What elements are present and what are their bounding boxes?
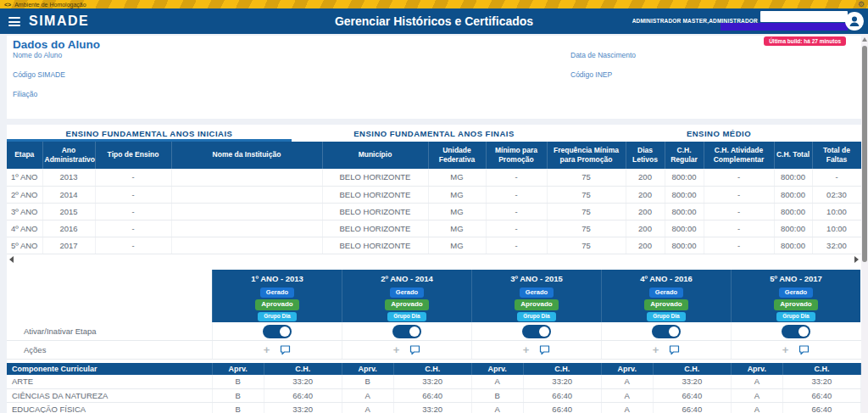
field-value: [570, 79, 850, 87]
status-badge-aprovado: Aprovado: [774, 299, 817, 310]
add-action-icon[interactable]: +: [782, 344, 789, 355]
stage-badges-cell: GeradoAprovadoGrupo Dia: [212, 287, 342, 322]
approval-cell: A: [731, 402, 782, 413]
table-row: 4º ANO2016-BELO HORIZONTEMG-75200800:00-…: [7, 220, 861, 237]
cell: -: [704, 186, 774, 203]
cell: -: [704, 203, 774, 220]
comment-action-icon[interactable]: [409, 345, 420, 355]
cell: -: [95, 237, 171, 254]
scrollbar-thumb[interactable]: [862, 46, 867, 262]
add-action-icon[interactable]: +: [264, 344, 270, 355]
workload-cell: 33:20: [653, 375, 731, 388]
tab-ensino-fundamental-anos-finais[interactable]: ENSINO FUNDAMENTAL ANOS FINAIS: [292, 125, 576, 142]
column-header: Ano Administrativo: [42, 142, 95, 169]
student-fields-left: Nome do AlunoCódigo SIMADEFiliação: [13, 51, 521, 109]
comment-action-icon[interactable]: [669, 345, 680, 355]
cell: MG: [428, 220, 486, 237]
stage-toggle[interactable]: [782, 325, 810, 338]
cell: 800:00: [774, 237, 812, 254]
cell: 800:00: [665, 237, 704, 254]
cell: -: [95, 220, 171, 237]
history-card: ENSINO FUNDAMENTAL ANOS INICIAISENSINO F…: [7, 125, 861, 413]
sub-column-header: Aprv.: [212, 363, 264, 375]
environment-bar: <> Ambiente de Homologação ⚙: [0, 0, 868, 8]
cell: 800:00: [774, 169, 812, 186]
stage-actions-cell: +: [212, 341, 342, 359]
status-badge-gerado: Gerado: [779, 287, 813, 298]
field-value: [13, 79, 521, 87]
student-fields-right: Data de NascimentoCódigo INEP: [570, 51, 850, 90]
table-row: 2º ANO2014-BELO HORIZONTEMG-75200800:00-…: [7, 186, 861, 203]
tab-ensino-fundamental-anos-iniciais[interactable]: ENSINO FUNDAMENTAL ANOS INICIAIS: [7, 125, 292, 142]
stage-toggle[interactable]: [392, 325, 421, 338]
stage-actions-cell: +: [601, 341, 731, 359]
comment-action-icon[interactable]: [280, 345, 291, 355]
scroll-right-arrow-icon[interactable]: [854, 256, 859, 263]
stage-toggle-cell: [731, 322, 860, 340]
column-header: Total de Faltas: [812, 142, 861, 169]
cell: 75: [547, 237, 626, 254]
approval-cell: A: [601, 402, 653, 413]
comment-action-icon[interactable]: [539, 345, 550, 355]
approval-cell: B: [212, 375, 264, 388]
toggle-knob: [409, 326, 420, 337]
cell: 10:00: [812, 203, 861, 220]
cell: 75: [547, 203, 626, 220]
sub-column-header: C.H.: [653, 363, 731, 375]
stage-actions-row: Ações+++++: [7, 341, 861, 360]
scroll-up-arrow-icon[interactable]: [862, 37, 867, 42]
add-action-icon[interactable]: +: [523, 344, 530, 355]
stage-toggle[interactable]: [652, 325, 681, 338]
stage-header-row: 1º ANO - 20132º ANO - 20143º ANO - 20154…: [7, 270, 861, 287]
column-header: C.H. Total: [774, 142, 812, 169]
screen: <> Ambiente de Homologação ⚙ SIMADE Gere…: [0, 0, 868, 413]
status-badge-grupo-dia: Grupo Dia: [647, 312, 685, 321]
column-header: Etapa: [7, 142, 42, 169]
cell: 200: [626, 203, 665, 220]
cell: -: [704, 169, 774, 186]
cell: 800:00: [774, 186, 812, 203]
section-title: Dados do Aluno: [13, 38, 100, 51]
user-select-box[interactable]: [760, 11, 848, 22]
approval-cell: A: [471, 375, 523, 388]
scroll-left-arrow-icon[interactable]: [9, 256, 14, 263]
workload-cell: 66:40: [782, 402, 860, 413]
cell: 200: [626, 169, 665, 186]
status-badge-gerado: Gerado: [649, 287, 683, 298]
person-icon: [848, 14, 861, 28]
add-action-icon[interactable]: +: [653, 344, 659, 355]
stage-toggle[interactable]: [263, 325, 292, 338]
column-header: Dias Letivos: [626, 142, 665, 169]
add-action-icon[interactable]: +: [393, 344, 400, 355]
workload-cell: 66:40: [782, 388, 860, 402]
column-header: Frequência Mínima para Promoção: [547, 142, 626, 169]
sub-column-header: C.H.: [782, 363, 860, 375]
cell: 800:00: [665, 203, 704, 220]
stage-badges-spacer: [7, 287, 212, 322]
table-row: 5º ANO2017-BELO HORIZONTEMG-75200800:00-…: [7, 237, 861, 254]
stage-column-title: 5º ANO - 2017: [731, 270, 860, 287]
cell: -: [486, 169, 547, 186]
column-header: Mínimo para Promoção: [486, 142, 547, 169]
workload-cell: 66:40: [523, 388, 601, 402]
sub-column-header: Aprv.: [471, 363, 523, 375]
toggle-knob: [798, 326, 809, 337]
sub-column-header: C.H.: [264, 363, 342, 375]
approval-cell: A: [342, 388, 393, 402]
status-badge-gerado: Gerado: [260, 287, 294, 298]
status-badge-gerado: Gerado: [520, 287, 554, 298]
gear-icon[interactable]: ⚙: [858, 0, 865, 8]
column-header: C.H. Atividade Complementar: [704, 142, 774, 169]
stage-column-title: 3º ANO - 2015: [471, 270, 601, 287]
education-level-tabs: ENSINO FUNDAMENTAL ANOS INICIAISENSINO F…: [7, 125, 861, 142]
cell: 4º ANO: [7, 220, 42, 237]
comment-action-icon[interactable]: [798, 345, 810, 355]
cell: 75: [547, 186, 626, 203]
tab-ensino-m-dio[interactable]: ENSINO MÉDIO: [576, 125, 861, 142]
cell: 3º ANO: [7, 203, 42, 220]
stage-badges-cell: GeradoAprovadoGrupo Dia: [471, 287, 601, 322]
cell: -: [812, 169, 861, 186]
approval-cell: A: [471, 402, 523, 413]
stage-toggle[interactable]: [522, 325, 551, 338]
avatar[interactable]: [845, 12, 864, 31]
